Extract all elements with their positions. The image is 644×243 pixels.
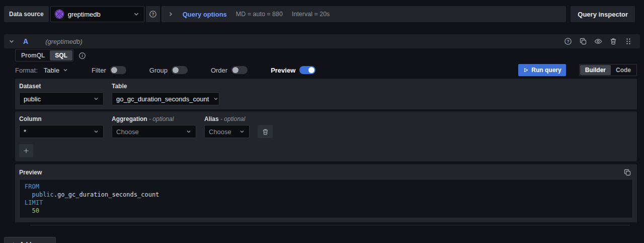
columns-panel: Column * Aggregation - optional Choose A…	[15, 111, 637, 161]
datasource-value: greptimedb	[68, 11, 129, 18]
duplicate-query-button[interactable]	[578, 36, 589, 47]
query-help-button[interactable]: ?	[562, 36, 574, 47]
copy-sql-button[interactable]	[622, 167, 633, 178]
remove-column-trash-button[interactable]	[258, 125, 273, 138]
filter-toggle: Filter	[92, 66, 126, 74]
optional-hint: - optional	[149, 115, 174, 123]
chevron-down-icon	[62, 67, 68, 73]
column-field: Column *	[19, 115, 104, 138]
format-row: Format: Table Filter Group Order Preview	[15, 64, 637, 77]
drag-handle-icon[interactable]	[623, 36, 634, 47]
plus-icon	[23, 147, 30, 154]
preview-panel: Preview FROM public.go_gc_duration_secon…	[15, 164, 637, 222]
filter-switch[interactable]	[110, 66, 126, 74]
interval-value: Interval = 20s	[292, 11, 330, 18]
tab-sql[interactable]: SQL	[50, 50, 72, 60]
info-circle-icon[interactable]: i	[78, 52, 86, 59]
collapse-chevron-down-icon[interactable]	[8, 38, 15, 45]
max-data-points-value: MD = auto = 880	[236, 11, 283, 18]
hide-query-eye-button[interactable]	[593, 36, 604, 47]
format-label: Format:	[15, 67, 38, 74]
query-options-link[interactable]: Query options	[183, 11, 227, 18]
chevron-down-icon	[93, 96, 99, 102]
tab-code[interactable]: Code	[611, 65, 636, 75]
query-datasource-hint: (greptimedb)	[45, 38, 83, 45]
group-switch[interactable]	[172, 66, 188, 74]
preview-toggle: Preview	[271, 66, 315, 74]
tab-promql[interactable]: PromQL	[16, 50, 50, 60]
language-radio-group: PromQL SQL	[15, 49, 73, 62]
delete-query-trash-button[interactable]	[608, 36, 619, 47]
language-toggle-row: PromQL SQL i	[15, 49, 637, 62]
add-column-button[interactable]	[19, 144, 33, 157]
greptimedb-logo-icon	[55, 10, 64, 19]
editor-mode-group: Builder Code	[579, 64, 637, 76]
table-label: Table	[112, 83, 219, 90]
dataset-field: Dataset public	[19, 83, 104, 105]
chevron-down-icon	[213, 96, 219, 102]
run-query-button[interactable]: Run query	[518, 64, 566, 76]
aggregation-field: Aggregation - optional Choose	[112, 115, 196, 138]
sql-code[interactable]: FROM public.go_gc_duration_seconds_count…	[19, 179, 633, 218]
chevron-down-icon	[239, 129, 245, 135]
chevron-right-icon	[168, 11, 174, 17]
query-options-bar[interactable]: Query options MD = auto = 880 Interval =…	[162, 6, 567, 22]
svg-text:?: ?	[151, 12, 154, 17]
aggregation-select[interactable]: Choose	[112, 125, 196, 138]
chevron-down-icon	[133, 11, 140, 18]
trash-icon	[262, 128, 269, 136]
play-icon	[523, 67, 529, 73]
query-row-header[interactable]: A (greptimedb) ?	[4, 34, 640, 48]
group-toggle: Group	[149, 66, 188, 74]
optional-hint: - optional	[220, 115, 245, 123]
svg-text:i: i	[82, 53, 83, 58]
column-label: Column	[19, 115, 104, 123]
help-circle-icon: ?	[149, 10, 157, 18]
tab-builder[interactable]: Builder	[580, 65, 611, 75]
query-inspector-button[interactable]: Query inspector	[571, 6, 635, 22]
alias-field: Alias - optional Choose	[204, 115, 250, 138]
datasource-help-button[interactable]: ?	[146, 6, 160, 22]
column-select[interactable]: *	[19, 125, 104, 138]
preview-switch[interactable]	[299, 66, 315, 74]
preview-label: Preview	[19, 169, 42, 176]
query-row-divider	[30, 225, 630, 225]
format-value: Table	[44, 67, 59, 74]
svg-text:?: ?	[567, 39, 569, 44]
datasource-label: Data source	[4, 6, 49, 22]
alias-label: Alias - optional	[204, 115, 250, 123]
aggregation-label: Aggregation - optional	[112, 115, 196, 123]
dataset-select[interactable]: public	[19, 92, 104, 105]
query-ref-id[interactable]: A	[23, 37, 28, 45]
order-switch[interactable]	[231, 66, 248, 74]
datasource-picker[interactable]: greptimedb	[50, 6, 144, 22]
alias-select[interactable]: Choose	[204, 125, 250, 138]
chevron-down-icon	[93, 129, 99, 135]
format-select[interactable]: Table	[44, 67, 68, 74]
table-select[interactable]: go_gc_duration_seconds_count	[112, 92, 219, 105]
chevron-down-icon	[186, 129, 192, 135]
query-editor-body: PromQL SQL i Format: Table Filter Group …	[15, 49, 637, 225]
dataset-table-panel: Dataset public Table go_gc_duration_seco…	[15, 79, 637, 109]
order-toggle: Order	[211, 66, 248, 74]
table-field: Table go_gc_duration_seconds_count	[112, 83, 219, 105]
query-toolbar: Data source greptimedb ? Query options M…	[4, 6, 635, 22]
add-query-button[interactable]: Add query	[4, 237, 56, 243]
dataset-label: Dataset	[19, 83, 104, 90]
